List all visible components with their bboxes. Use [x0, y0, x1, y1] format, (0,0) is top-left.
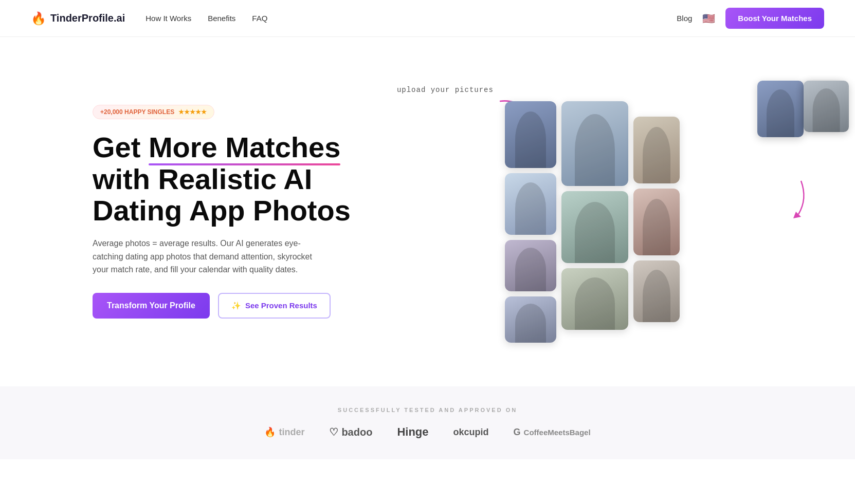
photo-grid-5 — [505, 240, 556, 291]
badoo-label: badoo — [341, 426, 372, 438]
brand-tinder: 🔥 tinder — [264, 426, 304, 438]
okcupid-label: okcupid — [453, 427, 489, 438]
photo-grid-10 — [633, 260, 680, 322]
brand-hinge: Hinge — [397, 425, 428, 439]
badge-text: +20,000 HAPPY SINGLES — [100, 108, 174, 116]
tested-label: SUCCESSFULLY TESTED AND APPROVED ON — [31, 407, 824, 413]
nav-link-how-it-works[interactable]: How It Works — [145, 14, 191, 23]
floating-photo-1 — [757, 81, 804, 137]
nav-link-faq[interactable]: FAQ — [252, 14, 267, 23]
logo-text: TinderProfile.ai — [50, 12, 125, 24]
transform-profile-button[interactable]: Transform Your Profile — [93, 293, 210, 319]
hero-right: upload your pictures — [351, 81, 804, 343]
nav-link-benefits[interactable]: Benefits — [208, 14, 235, 23]
photo-grid-4 — [633, 117, 680, 183]
badge-stars: ★★★★★ — [178, 108, 207, 116]
badoo-icon: ♡ — [329, 426, 338, 438]
brand-logos: 🔥 tinder ♡ badoo Hinge okcupid G CoffeeM… — [31, 425, 824, 439]
brand-badoo: ♡ badoo — [329, 426, 372, 438]
brand-cmb: G CoffeeMeetsBagel — [514, 427, 591, 438]
language-flag[interactable]: 🇺🇸 — [702, 12, 715, 25]
social-proof-badge: +20,000 HAPPY SINGLES ★★★★★ — [93, 105, 214, 119]
cmb-label: CoffeeMeetsBagel — [524, 428, 591, 437]
heading-line2: with Realistic AI — [93, 163, 312, 195]
brand-okcupid: okcupid — [453, 427, 489, 438]
hero-heading: Get More Matches with Realistic AI Datin… — [93, 132, 351, 227]
hinge-label: Hinge — [397, 425, 428, 439]
photo-grid — [505, 101, 680, 343]
refresh-arrow-icon — [783, 178, 809, 219]
photo-grid-8 — [505, 296, 556, 343]
hero-subtext: Average photos = average results. Our AI… — [93, 237, 329, 276]
floating-photo-3 — [804, 81, 849, 132]
nav-right: Blog 🇺🇸 Boost Your Matches — [677, 8, 824, 29]
see-results-label: See Proven Results — [245, 301, 317, 310]
tested-section: SUCCESSFULLY TESTED AND APPROVED ON 🔥 ti… — [0, 386, 855, 459]
tinder-icon: 🔥 — [264, 426, 276, 438]
photo-grid-2 — [561, 101, 628, 186]
nav-left: 🔥 TinderProfile.ai How It Works Benefits… — [31, 11, 267, 26]
blog-link[interactable]: Blog — [677, 14, 692, 23]
navbar: 🔥 TinderProfile.ai How It Works Benefits… — [0, 0, 855, 37]
logo-link[interactable]: 🔥 TinderProfile.ai — [31, 11, 125, 26]
see-results-button[interactable]: ✨ See Proven Results — [218, 293, 331, 319]
upload-label: upload your pictures — [397, 86, 494, 94]
nav-links: How It Works Benefits FAQ — [145, 14, 267, 23]
heading-line3: Dating App Photos — [93, 194, 351, 227]
hero-section: +20,000 HAPPY SINGLES ★★★★★ Get More Mat… — [0, 37, 855, 386]
see-results-icon: ✨ — [231, 301, 241, 310]
photo-grid-1 — [505, 101, 556, 168]
hero-left: +20,000 HAPPY SINGLES ★★★★★ Get More Mat… — [93, 105, 351, 319]
heading-highlight: More Matches — [149, 132, 340, 163]
heading-get: Get — [93, 131, 149, 163]
cmb-icon: G — [514, 427, 521, 438]
photo-grid-6 — [561, 191, 628, 263]
logo-icon: 🔥 — [31, 11, 46, 26]
photo-grid-7 — [633, 189, 680, 255]
hero-buttons: Transform Your Profile ✨ See Proven Resu… — [93, 293, 351, 319]
photo-grid-3 — [505, 173, 556, 235]
nav-cta-button[interactable]: Boost Your Matches — [725, 8, 824, 29]
tinder-label: tinder — [279, 427, 304, 438]
photo-grid-9 — [561, 268, 628, 330]
